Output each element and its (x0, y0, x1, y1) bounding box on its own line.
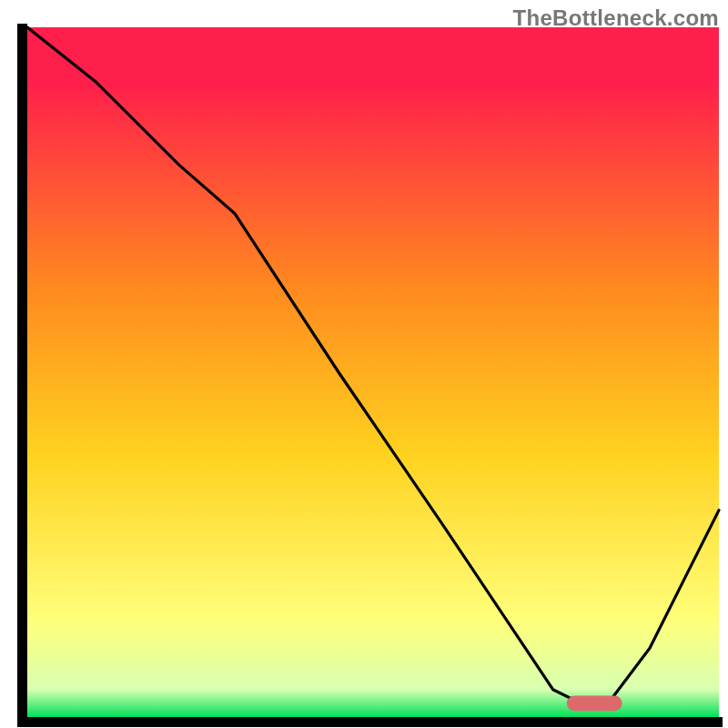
plot-background-gradient (27, 27, 719, 717)
x-axis (17, 717, 723, 727)
y-axis (17, 24, 27, 727)
watermark-text: TheBottleneck.com (513, 5, 719, 31)
chart-frame: TheBottleneck.com (0, 0, 728, 728)
selected-range-marker (567, 696, 622, 712)
bottleneck-chart (0, 0, 728, 728)
